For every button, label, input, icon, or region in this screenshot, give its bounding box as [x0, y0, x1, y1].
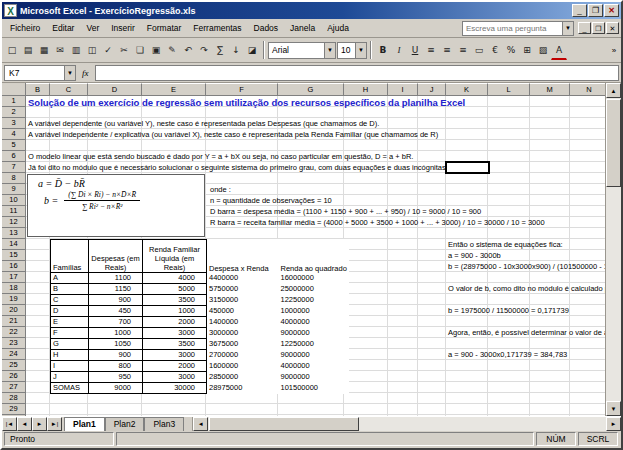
column-header-E[interactable]: E [142, 83, 206, 96]
row-header-5[interactable]: 5 [2, 140, 26, 151]
table-cell[interactable]: A [51, 273, 89, 284]
font-color-icon[interactable]: A [551, 41, 567, 60]
table-cell[interactable]: SOMAS [51, 383, 89, 394]
scroll-up-icon[interactable]: ▲ [606, 83, 621, 98]
table-cell[interactable]: 1150 [89, 284, 143, 295]
formula-input[interactable] [95, 65, 620, 81]
row-header-9[interactable]: 9 [2, 184, 26, 195]
row-header-27[interactable]: 27 [2, 382, 26, 393]
table-cell[interactable]: 700 [89, 317, 143, 328]
save-icon[interactable]: ▦ [36, 41, 52, 60]
row-header-16[interactable]: 16 [2, 261, 26, 272]
table-cell[interactable]: 1600000 [207, 361, 279, 372]
tab-prev-icon[interactable]: ◄ [17, 417, 32, 431]
menu-ficheiro[interactable]: Ficheiro [4, 20, 46, 36]
column-header-D[interactable]: D [88, 83, 142, 96]
column-header-L[interactable]: L [488, 83, 530, 96]
selected-cell-K7[interactable] [445, 161, 490, 174]
table-cell[interactable]: 9000 [89, 383, 143, 394]
column-header-F[interactable]: F [206, 83, 278, 96]
table-cell[interactable]: 9000000 [279, 328, 349, 339]
row-header-15[interactable]: 15 [2, 250, 26, 261]
tab-plan1[interactable]: Plan1 [64, 417, 105, 431]
bold-button[interactable]: B [375, 41, 391, 60]
table-cell[interactable]: 3150000 [207, 295, 279, 306]
table-cell[interactable]: 5000 [143, 284, 207, 295]
name-box[interactable]: K7 ▼ [4, 65, 76, 81]
table-cell[interactable]: H [51, 350, 89, 361]
row-header-3[interactable]: 3 [2, 118, 26, 129]
cut-icon[interactable]: ✂ [116, 41, 132, 60]
table-cell[interactable]: 2000 [143, 361, 207, 372]
table-cell[interactable]: 3000 [143, 328, 207, 339]
column-header-C[interactable]: C [50, 83, 88, 96]
row-header-23[interactable]: 23 [2, 338, 26, 349]
table-cell[interactable]: 30000 [143, 383, 207, 394]
cells-area[interactable]: Solução de um exercício de regressão sem… [26, 96, 605, 416]
table-cell[interactable]: 1000 [143, 306, 207, 317]
scroll-right-icon[interactable]: ► [606, 417, 621, 431]
table-cell[interactable]: J [51, 372, 89, 383]
chart-wizard-icon[interactable]: ◪ [244, 41, 260, 60]
table-cell[interactable]: 950 [89, 372, 143, 383]
table-cell[interactable]: 28975000 [207, 383, 279, 394]
menu-ferramentas[interactable]: Ferramentas [187, 20, 247, 36]
font-size-select[interactable]: 10 ▼ [337, 42, 367, 59]
workbook-minimize-button[interactable]: _ [578, 22, 591, 34]
table-cell[interactable]: F [51, 328, 89, 339]
table-cell[interactable]: 25000000 [279, 284, 349, 295]
menu-janela[interactable]: Janela [284, 20, 321, 36]
vertical-scroll-track[interactable] [606, 187, 621, 401]
borders-icon[interactable]: ⊞ [519, 41, 535, 60]
paste-icon[interactable]: ▣ [148, 41, 164, 60]
workbook-restore-button[interactable]: ❐ [592, 22, 605, 34]
underline-button[interactable]: U [407, 41, 423, 60]
ask-question-box[interactable]: ▼ [462, 21, 574, 36]
table-cell[interactable]: 450 [89, 306, 143, 317]
align-left-icon[interactable]: ≡ [423, 41, 439, 60]
horizontal-scroll-track[interactable] [360, 417, 606, 431]
spelling-icon[interactable]: ✓ [100, 41, 116, 60]
autosum-icon[interactable]: ∑ [212, 41, 228, 60]
table-cell[interactable]: 4400000 [207, 273, 279, 284]
column-header-N[interactable]: N [570, 83, 605, 96]
menu-dados[interactable]: Dados [248, 20, 285, 36]
row-header-8[interactable]: 8 [2, 173, 26, 184]
column-header-G[interactable]: G [278, 83, 344, 96]
table-cell[interactable]: 12250000 [279, 295, 349, 306]
row-header-14[interactable]: 14 [2, 239, 26, 250]
column-header-K[interactable]: K [446, 83, 488, 96]
table-cell[interactable]: 450000 [207, 306, 279, 317]
insert-function-button[interactable]: fx [79, 68, 92, 78]
row-header-28[interactable]: 28 [2, 393, 26, 404]
row-header-1[interactable]: 1 [2, 96, 26, 107]
table-cell[interactable]: 1100 [89, 273, 143, 284]
table-cell[interactable]: 4000000 [279, 317, 349, 328]
row-header-22[interactable]: 22 [2, 327, 26, 338]
print-icon[interactable]: ▥ [68, 41, 84, 60]
minimize-button[interactable]: _ [572, 4, 587, 17]
table-cell[interactable]: 1000 [89, 328, 143, 339]
redo-icon[interactable]: ↷ [196, 41, 212, 60]
row-header-6[interactable]: 6 [2, 151, 26, 162]
format-painter-icon[interactable]: ✎ [164, 41, 180, 60]
table-cell[interactable]: 3000000 [207, 328, 279, 339]
row-header-4[interactable]: 4 [2, 129, 26, 140]
table-cell[interactable]: 900 [89, 295, 143, 306]
table-cell[interactable]: 1000000 [279, 306, 349, 317]
table-cell[interactable]: 3500 [143, 339, 207, 350]
row-header-13[interactable]: 13 [2, 228, 26, 239]
table-cell[interactable]: 3500 [143, 295, 207, 306]
menu-ajuda[interactable]: Ajuda [321, 20, 355, 36]
table-cell[interactable]: 2850000 [207, 372, 279, 383]
tab-last-icon[interactable]: ►| [47, 417, 62, 431]
table-cell[interactable]: 3675000 [207, 339, 279, 350]
percent-icon[interactable]: % [503, 41, 519, 60]
table-cell[interactable]: I [51, 361, 89, 372]
sort-ascending-icon[interactable]: ↓ [228, 41, 244, 60]
table-cell[interactable]: B [51, 284, 89, 295]
chevron-down-icon[interactable]: ▼ [562, 22, 573, 35]
row-header-2[interactable]: 2 [2, 107, 26, 118]
row-header-11[interactable]: 11 [2, 206, 26, 217]
menu-ver[interactable]: Ver [80, 20, 105, 36]
